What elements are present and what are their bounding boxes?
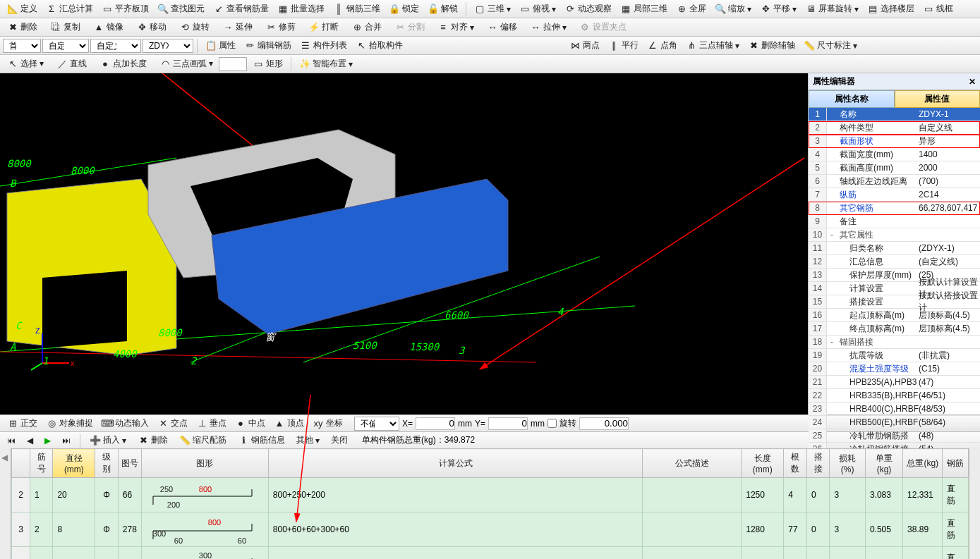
rebar-col-4[interactable]: 图号 — [118, 449, 141, 478]
rebar-col-2[interactable]: 直径(mm) — [53, 449, 95, 478]
status-交点-button[interactable]: ✕交点 — [153, 416, 192, 431]
直线-button[interactable]: ／直线 — [52, 56, 91, 72]
线框-button[interactable]: ▭线框 — [919, 1, 957, 17]
合并-button[interactable]: ⊕合并 — [347, 20, 386, 35]
rebar-side-strip[interactable]: ◀ — [0, 448, 11, 559]
prop-row-17[interactable]: 17 终点顶标高(m) 层顶标高(4.5) — [809, 322, 980, 336]
coord-y-input[interactable] — [488, 417, 528, 430]
smart-layout-button[interactable]: ✨智能布置 ▾ — [295, 56, 357, 72]
close-button[interactable]: 关闭 — [327, 433, 352, 448]
coord-x-input[interactable] — [416, 417, 455, 430]
汇总计算-button[interactable]: Σ汇总计算 — [42, 1, 97, 17]
offset-select[interactable]: 不偏移 — [354, 417, 399, 431]
复制-button[interactable]: ⿻复制 — [46, 20, 85, 35]
floor-select[interactable]: 首层 — [3, 39, 41, 53]
rebar-col-12[interactable]: 单重(kg) — [865, 449, 902, 478]
viewport-3d[interactable]: Z x 8000B8000AC1400080002窗51001530066003… — [0, 73, 808, 414]
缩放-button[interactable]: 🔍缩放 ▾ — [710, 1, 756, 17]
拉伸-button[interactable]: ↔拉伸 ▾ — [526, 20, 571, 35]
rotate-checkbox[interactable] — [548, 419, 557, 428]
两点-button[interactable]: ⋈两点 — [565, 38, 604, 54]
尺寸标注-button[interactable]: 📏尺寸标注 ▾ — [799, 38, 861, 54]
移动-button[interactable]: ✥移动 — [132, 20, 171, 35]
table-row[interactable]: 3 28Φ278 3006080060 800+60+60+300+60 128… — [12, 512, 969, 547]
rebar-col-5[interactable]: 图形 — [141, 449, 268, 478]
查找图元-button[interactable]: 🔍查找图元 — [153, 1, 209, 17]
prop-row-8[interactable]: 8 其它钢筋 66,278,607,417 — [809, 202, 980, 215]
rebar-table[interactable]: 筋号直径(mm)级别图号图形计算公式公式描述长度(mm)根数搭接损耗(%)单重(… — [11, 448, 969, 559]
平齐板顶-button[interactable]: ▭平齐板顶 — [97, 1, 153, 17]
镜像-button[interactable]: ▲镜像 — [89, 20, 128, 35]
俯视-button[interactable]: ▭俯视 ▾ — [515, 1, 560, 17]
rebar-col-13[interactable]: 总重(kg) — [903, 449, 943, 478]
prop-row-18[interactable]: 18 - 锚固搭接 — [809, 336, 980, 349]
prop-row-23[interactable]: 23 HRB400(C),HRBF (48/53) — [809, 403, 980, 416]
rebar-col-9[interactable]: 根数 — [784, 449, 807, 478]
custom-select[interactable]: 自定义 — [42, 39, 89, 53]
构件列表-button[interactable]: ☰构件列表 — [296, 38, 351, 54]
nav-prev-icon[interactable]: ◀ — [23, 433, 37, 448]
分割-button[interactable]: ✂分割 — [390, 20, 429, 35]
prop-row-4[interactable]: 4 截面宽度(mm) 1400 — [809, 148, 980, 161]
info-button[interactable]: ℹ钢筋信息 — [234, 433, 289, 448]
prop-row-6[interactable]: 6 轴线距左边线距离 (700) — [809, 175, 980, 188]
屏幕旋转-button[interactable]: 🖥屏幕旋转 ▾ — [801, 1, 863, 17]
平行-button[interactable]: ∥平行 — [604, 38, 643, 54]
rebar-col-0[interactable] — [12, 449, 30, 478]
other-button[interactable]: 其他 ▾ — [292, 433, 324, 448]
table-row[interactable]: 4 310Φ607 300600400 300+600+400 13007703… — [12, 547, 969, 560]
prop-row-3[interactable]: 3 截面形状 异形 — [809, 135, 980, 148]
prop-row-7[interactable]: 7 纵筋 2C14 — [809, 188, 980, 202]
prop-row-19[interactable]: 19 抗震等级 (非抗震) — [809, 349, 980, 362]
钢筋三维-button[interactable]: ║钢筋三维 — [329, 1, 385, 17]
rect-button[interactable]: ▭矩形 — [248, 56, 287, 72]
rebar-col-11[interactable]: 损耗(%) — [830, 449, 866, 478]
prop-row-10[interactable]: 10 - 其它属性 — [809, 228, 980, 242]
选择-button[interactable]: ↖选择 ▾ — [3, 56, 48, 71]
局部三维-button[interactable]: ▦局部三维 — [616, 1, 672, 17]
旋转-button[interactable]: ⟲旋转 — [175, 20, 214, 35]
编辑钢筋-button[interactable]: ✏编辑钢筋 — [240, 38, 296, 54]
三点画弧-button[interactable]: ◠三点画弧 ▾ — [155, 56, 217, 71]
entity-select[interactable]: ZDYX-1 — [143, 39, 193, 53]
status-动态输入-button[interactable]: ⌨动态输入 — [97, 416, 153, 431]
prop-row-22[interactable]: 22 HRB335(B),HRBF (46/51) — [809, 389, 980, 403]
nav-last-icon[interactable]: ⏭ — [58, 433, 75, 448]
动态观察-button[interactable]: ⟳动态观察 — [560, 1, 616, 17]
rebar-col-1[interactable]: 筋号 — [30, 449, 53, 478]
选择楼层-button[interactable]: ▤选择楼层 — [863, 1, 919, 17]
table-row[interactable]: 2 120Φ66 250800200 800+250+200 1250403 3… — [12, 478, 969, 512]
customline-select[interactable]: 自定义线 — [90, 39, 141, 53]
prop-row-9[interactable]: 9 备注 — [809, 215, 980, 228]
解锁-button[interactable]: 🔓解锁 — [423, 1, 462, 17]
三点辅轴-button[interactable]: ⋔三点辅轴 ▾ — [682, 38, 744, 54]
偏移-button[interactable]: ↔偏移 — [483, 20, 521, 35]
rebar-col-10[interactable]: 搭接 — [806, 449, 829, 478]
锁定-button[interactable]: 🔒锁定 — [385, 1, 423, 17]
prop-row-25[interactable]: 25 冷轧带肋钢筋搭 (48) — [809, 429, 980, 443]
rebar-col-7[interactable]: 公式描述 — [643, 449, 742, 478]
status-中点-button[interactable]: ●中点 — [231, 416, 270, 431]
修剪-button[interactable]: ✂修剪 — [261, 20, 300, 35]
对齐-button[interactable]: ≡对齐 ▾ — [433, 20, 478, 35]
prop-row-2[interactable]: 2 构件类型 自定义线 — [809, 121, 980, 135]
prop-row-12[interactable]: 12 汇总信息 (自定义线) — [809, 255, 980, 269]
close-icon[interactable]: ✕ — [969, 77, 976, 87]
nav-next-icon[interactable]: ▶ — [40, 433, 55, 448]
status-对象捕捉-button[interactable]: ◎对象捕捉 — [42, 416, 97, 431]
rebar-col-6[interactable]: 计算公式 — [268, 449, 642, 478]
打断-button[interactable]: ⚡打断 — [304, 20, 343, 35]
prop-row-5[interactable]: 5 截面高度(mm) 2000 — [809, 161, 980, 175]
rotate-input[interactable] — [579, 417, 629, 430]
删除辅轴-button[interactable]: ✖删除辅轴 — [744, 38, 799, 54]
insert-button[interactable]: ➕插入 ▾ — [85, 433, 131, 448]
rebar-col-8[interactable]: 长度(mm) — [742, 449, 784, 478]
prop-row-15[interactable]: 15 搭接设置 按默认搭接设置计 — [809, 295, 980, 309]
prop-row-1[interactable]: 1 名称 ZDYX-1 — [809, 108, 980, 121]
删除-button[interactable]: ✖删除 — [3, 20, 42, 35]
prop-row-24[interactable]: 24 HRB500(E),HRBF (58/64) — [809, 416, 980, 429]
查看钢筋量-button[interactable]: ↙查看钢筋量 — [209, 1, 273, 17]
rebar-col-14[interactable]: 钢筋 — [943, 449, 969, 478]
设置夹点-button[interactable]: ⚙设置夹点 — [575, 20, 631, 35]
点加长度-button[interactable]: ●点加长度 — [95, 56, 151, 71]
